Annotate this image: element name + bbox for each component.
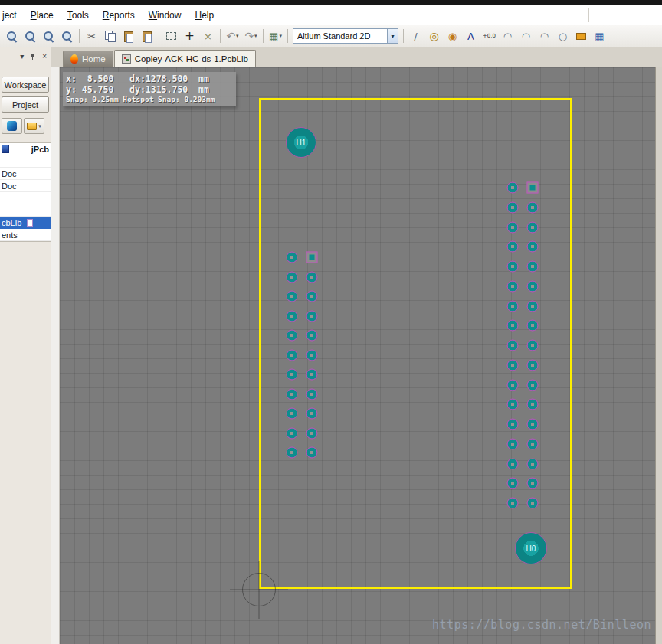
pad-round[interactable] bbox=[287, 350, 298, 361]
pad-round[interactable] bbox=[287, 369, 298, 381]
arc-edge-icon[interactable]: ◠ bbox=[499, 28, 516, 44]
pad-round[interactable] bbox=[527, 261, 539, 273]
pad-round[interactable] bbox=[507, 340, 519, 351]
pad-round[interactable] bbox=[527, 202, 539, 214]
pad-round[interactable] bbox=[527, 301, 539, 312]
pad-round[interactable] bbox=[527, 419, 539, 430]
menu-reports[interactable]: Reports bbox=[96, 10, 142, 21]
pad-round[interactable] bbox=[507, 419, 519, 430]
pad-h1[interactable]: H1 bbox=[286, 127, 316, 158]
place-coordinate-icon[interactable]: +0,0 bbox=[480, 28, 498, 44]
move-object-icon[interactable]: + bbox=[181, 28, 198, 44]
zoom-points-icon[interactable] bbox=[21, 28, 39, 44]
pad-round[interactable] bbox=[507, 222, 519, 234]
pad-round[interactable] bbox=[527, 222, 539, 234]
pad-round[interactable] bbox=[287, 447, 298, 459]
pad-round[interactable] bbox=[306, 447, 318, 459]
place-pad-icon[interactable]: ◎ bbox=[425, 28, 443, 44]
full-circle-icon[interactable]: ○ bbox=[554, 28, 572, 44]
paste-icon[interactable] bbox=[120, 28, 137, 44]
place-string-icon[interactable]: A bbox=[462, 28, 480, 44]
project-tree-row-7[interactable]: ents bbox=[0, 229, 51, 241]
pad-round[interactable] bbox=[306, 369, 318, 381]
project-button[interactable]: Project bbox=[2, 96, 49, 113]
pad-h0[interactable]: H0 bbox=[515, 532, 547, 564]
arc-center-icon[interactable]: ◠ bbox=[517, 28, 535, 44]
place-fill-icon[interactable] bbox=[572, 28, 590, 44]
undo-icon[interactable]: ↶▾ bbox=[224, 28, 241, 44]
pin-icon[interactable] bbox=[29, 53, 37, 61]
panel-menu-icon[interactable]: ▾ bbox=[20, 53, 24, 60]
pad-round[interactable] bbox=[527, 498, 539, 509]
pad-round[interactable] bbox=[306, 428, 318, 440]
menu-tools[interactable]: Tools bbox=[61, 10, 96, 21]
project-tree-row-4[interactable] bbox=[0, 192, 51, 204]
pad-round[interactable] bbox=[527, 281, 539, 293]
pad-round[interactable] bbox=[287, 272, 298, 283]
pad-round[interactable] bbox=[507, 360, 519, 371]
pad-round[interactable] bbox=[507, 241, 519, 253]
place-line-icon[interactable]: / bbox=[407, 28, 424, 44]
redo-icon[interactable]: ↷▾ bbox=[242, 28, 260, 44]
snap-grid-icon[interactable]: ▦▾ bbox=[267, 28, 284, 44]
project-tree-row-2[interactable]: Doc bbox=[0, 168, 51, 180]
place-via-icon[interactable]: ◉ bbox=[444, 28, 461, 44]
pad-round[interactable] bbox=[287, 311, 298, 322]
pad-round[interactable] bbox=[306, 272, 318, 283]
open-folder-button[interactable]: ▾ bbox=[24, 118, 44, 134]
pad-round[interactable] bbox=[287, 428, 298, 440]
pad-round[interactable] bbox=[507, 498, 519, 509]
pad-round[interactable] bbox=[287, 291, 298, 302]
project-tree-row-6[interactable]: cbLib bbox=[0, 217, 51, 229]
zoom-document-icon[interactable] bbox=[40, 28, 57, 44]
project-tree-row-5[interactable] bbox=[0, 204, 51, 217]
pad-round[interactable] bbox=[507, 202, 519, 214]
view-configuration-select[interactable]: Altium Standard 2D▾ bbox=[293, 28, 398, 44]
pad-round[interactable] bbox=[507, 478, 519, 489]
structure-view-button[interactable] bbox=[2, 118, 22, 134]
clear-filter-icon[interactable]: × bbox=[199, 28, 217, 44]
project-tree-row-1[interactable] bbox=[0, 155, 51, 168]
panel-scrollbar[interactable] bbox=[51, 67, 60, 644]
pad-round[interactable] bbox=[527, 399, 539, 410]
workspace-button[interactable]: Workspace bbox=[2, 77, 49, 93]
menu-place[interactable]: Place bbox=[24, 10, 61, 21]
close-panel-icon[interactable]: × bbox=[42, 53, 47, 60]
pad-round[interactable] bbox=[527, 340, 539, 351]
pad-round[interactable] bbox=[287, 330, 298, 342]
menu-help[interactable]: Help bbox=[188, 10, 221, 21]
board-outline[interactable] bbox=[259, 98, 572, 589]
copy-icon[interactable] bbox=[101, 28, 119, 44]
pad-round[interactable] bbox=[507, 182, 519, 194]
pad-round[interactable] bbox=[527, 439, 539, 450]
pad-round[interactable] bbox=[507, 320, 519, 332]
paste-special-icon[interactable] bbox=[138, 28, 156, 44]
pad-1-square[interactable] bbox=[527, 182, 539, 194]
pad-round[interactable] bbox=[527, 380, 539, 391]
pad-round[interactable] bbox=[306, 291, 318, 302]
zoom-window-icon[interactable] bbox=[3, 28, 21, 44]
menu-ject[interactable]: ject bbox=[0, 10, 24, 21]
arc-angle-icon[interactable]: ◠ bbox=[536, 28, 553, 44]
project-tree-row-0[interactable]: jPcb bbox=[0, 143, 51, 155]
pad-round[interactable] bbox=[527, 459, 539, 470]
pad-round[interactable] bbox=[507, 261, 519, 273]
select-area-icon[interactable] bbox=[162, 28, 180, 44]
chevron-down-icon[interactable]: ▾ bbox=[387, 29, 398, 43]
array-placement-icon[interactable]: ▦ bbox=[591, 28, 608, 44]
pad-round[interactable] bbox=[287, 252, 298, 263]
pad-round[interactable] bbox=[306, 350, 318, 361]
pad-round[interactable] bbox=[527, 320, 539, 332]
pad-round[interactable] bbox=[306, 311, 318, 322]
pad-round[interactable] bbox=[507, 399, 519, 410]
pad-1-square[interactable] bbox=[306, 252, 318, 263]
pad-round[interactable] bbox=[507, 380, 519, 391]
pad-round[interactable] bbox=[306, 330, 318, 342]
zoom-selected-icon[interactable] bbox=[58, 28, 76, 44]
pad-round[interactable] bbox=[527, 241, 539, 253]
menu-window[interactable]: Window bbox=[142, 10, 188, 21]
pad-round[interactable] bbox=[507, 439, 519, 450]
project-tree-row-3[interactable]: Doc bbox=[0, 180, 51, 192]
pad-round[interactable] bbox=[507, 301, 519, 312]
pad-round[interactable] bbox=[507, 281, 519, 293]
